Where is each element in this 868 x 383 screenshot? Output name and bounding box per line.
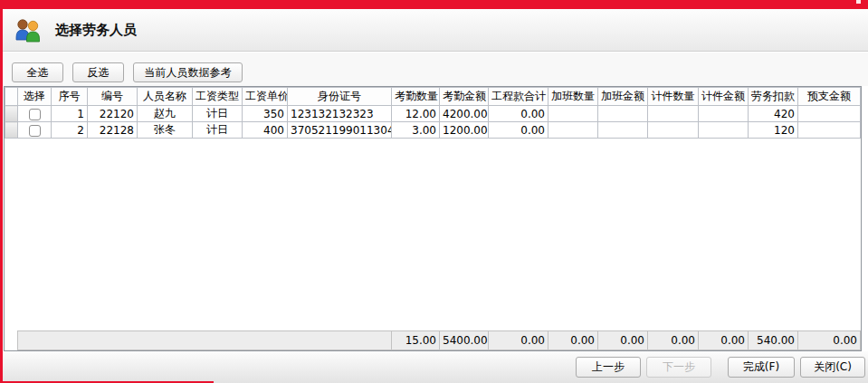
totals-overtime-qty: 0.00 <box>548 331 598 350</box>
overtime-amount-cell <box>598 106 648 122</box>
header-indicator-cell <box>5 88 18 106</box>
row-indicator[interactable] <box>5 106 18 122</box>
column-header-code[interactable]: 编号 <box>88 88 138 106</box>
close-button[interactable]: 关闭(C) <box>800 357 865 378</box>
totals-piece-amount: 0.00 <box>699 331 749 350</box>
code-cell: 22128 <box>88 122 138 139</box>
piece-amount-cell <box>699 122 749 139</box>
advance-cell <box>798 106 861 122</box>
advance-cell <box>798 122 861 139</box>
wage-type-cell: 计日 <box>193 106 243 122</box>
window-titlebar <box>0 0 868 9</box>
column-header-attend-qty[interactable]: 考勤数量 <box>392 88 440 106</box>
totals-attend-qty: 15.00 <box>392 331 440 350</box>
piece-qty-cell <box>648 122 699 139</box>
totals-merged-cell <box>18 331 392 350</box>
wage-type-cell: 计日 <box>193 122 243 139</box>
invert-selection-button[interactable]: 反选 <box>72 62 124 82</box>
row-checkbox[interactable] <box>29 125 41 137</box>
next-step-button-disabled[interactable]: 下一步 <box>646 357 711 378</box>
id-number-cell: 370521199011304019 <box>288 122 392 139</box>
column-header-unit-price[interactable]: 工资单价 <box>243 88 288 106</box>
column-header-wage-type[interactable]: 工资类型 <box>193 88 243 106</box>
project-total-cell: 0.00 <box>489 122 548 139</box>
unit-price-cell: 400 <box>243 122 288 139</box>
totals-advance: 0.00 <box>798 331 861 350</box>
table-row[interactable]: 1 22120 赵九 计日 350 123132132323 12.00 420… <box>5 106 861 122</box>
column-header-overtime-amount[interactable]: 加班金额 <box>598 88 648 106</box>
totals-deduction: 540.00 <box>749 331 798 350</box>
current-data-reference-button[interactable]: 当前人员数据参考 <box>133 62 243 82</box>
footer-bar: 上一步 下一步 完成(F) 关闭(C) <box>3 351 868 383</box>
column-header-deduction[interactable]: 劳务扣款 <box>749 88 798 106</box>
totals-overtime-amount: 0.00 <box>598 331 648 350</box>
piece-qty-cell <box>648 106 699 122</box>
personnel-grid: 选择 序号 编号 人员名称 工资类型 工资单价 身份证号 考勤数量 考勤金额 工… <box>4 86 862 351</box>
column-header-project-total[interactable]: 工程款合计 <box>489 88 548 106</box>
select-cell[interactable] <box>18 106 52 122</box>
deduction-cell: 420 <box>749 106 798 122</box>
select-cell[interactable] <box>18 122 52 139</box>
totals-indicator-cell <box>5 331 18 350</box>
totals-attend-amount: 5400.00 <box>440 331 489 350</box>
window-left-border <box>0 0 3 383</box>
column-header-attend-amount[interactable]: 考勤金额 <box>440 88 489 106</box>
piece-amount-cell <box>699 106 749 122</box>
attend-amount-cell: 4200.00 <box>440 106 489 122</box>
totals-row: 15.00 5400.00 0.00 0.00 0.00 0.00 0.00 5… <box>5 331 861 350</box>
grid-empty-area <box>5 139 861 331</box>
totals-project-total: 0.00 <box>489 331 548 350</box>
name-cell: 张冬 <box>138 122 193 139</box>
column-header-name[interactable]: 人员名称 <box>138 88 193 106</box>
deduction-cell: 120 <box>749 122 798 139</box>
overtime-amount-cell <box>598 122 648 139</box>
table-row[interactable]: 2 22128 张冬 计日 400 370521199011304019 3.0… <box>5 122 861 139</box>
code-cell: 22120 <box>88 106 138 122</box>
totals-piece-qty: 0.00 <box>648 331 699 350</box>
project-total-cell: 0.00 <box>489 106 548 122</box>
overtime-qty-cell <box>548 106 598 122</box>
attend-qty-cell: 12.00 <box>392 106 440 122</box>
column-header-piece-qty[interactable]: 计件数量 <box>648 88 699 106</box>
attend-amount-cell: 1200.00 <box>440 122 489 139</box>
titlebar-control-fragment <box>856 0 861 4</box>
select-all-button[interactable]: 全选 <box>12 62 63 82</box>
row-checkbox[interactable] <box>29 109 41 120</box>
page-title: 选择劳务人员 <box>55 9 137 52</box>
finish-button[interactable]: 完成(F) <box>728 357 795 378</box>
column-header-advance[interactable]: 预支金额 <box>798 88 861 106</box>
seq-cell: 1 <box>52 106 88 122</box>
people-icon <box>14 17 43 43</box>
dialog-window: 选择劳务人员 全选 反选 当前人员数据参考 选择 序号 编号 人员名称 工资类型… <box>0 0 868 383</box>
unit-price-cell: 350 <box>243 106 288 122</box>
column-header-seq[interactable]: 序号 <box>52 88 88 106</box>
column-header-id-number[interactable]: 身份证号 <box>288 88 392 106</box>
grid-header-row: 选择 序号 编号 人员名称 工资类型 工资单价 身份证号 考勤数量 考勤金额 工… <box>5 88 861 106</box>
column-header-overtime-qty[interactable]: 加班数量 <box>548 88 598 106</box>
overtime-qty-cell <box>548 122 598 139</box>
name-cell: 赵九 <box>138 106 193 122</box>
id-number-cell: 123132132323 <box>288 106 392 122</box>
column-header-select[interactable]: 选择 <box>18 88 52 106</box>
column-header-piece-amount[interactable]: 计件金额 <box>699 88 749 106</box>
row-indicator[interactable] <box>5 122 18 139</box>
previous-step-button[interactable]: 上一步 <box>576 357 641 378</box>
toolbar: 全选 反选 当前人员数据参考 <box>3 53 868 86</box>
attend-qty-cell: 3.00 <box>392 122 440 139</box>
dialog-header: 选择劳务人员 <box>3 9 868 52</box>
seq-cell: 2 <box>52 122 88 139</box>
